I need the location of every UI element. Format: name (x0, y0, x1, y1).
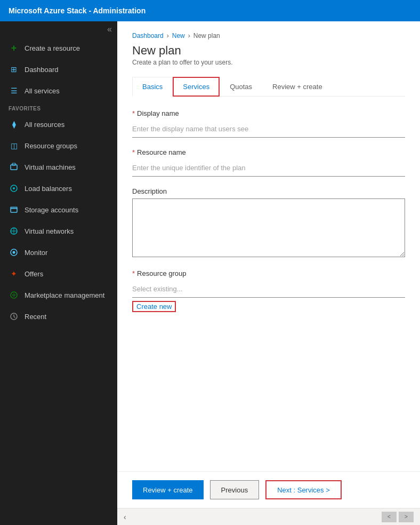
storage-accounts-icon (9, 204, 19, 215)
sidebar-item-label: Resource groups (25, 142, 77, 150)
sidebar-item-all-resources[interactable]: ⧫ All resources (0, 114, 117, 135)
resource-group-label: * Resource group (132, 269, 405, 277)
create-new-link[interactable]: Create new (132, 301, 176, 312)
page-title: New plan (132, 44, 405, 58)
svg-point-11 (11, 292, 17, 298)
breadcrumb-dashboard[interactable]: Dashboard (132, 32, 164, 39)
svg-point-10 (13, 251, 15, 254)
plus-icon: + (9, 43, 19, 53)
favorites-section-label: FAVORITES (0, 101, 117, 114)
all-services-icon: ☰ (9, 85, 19, 96)
sidebar-item-recent[interactable]: Recent (0, 306, 117, 327)
display-name-field: * Display name (132, 109, 405, 138)
dashboard-icon: ⊞ (9, 64, 19, 75)
bottom-collapse-icon[interactable]: ‹ (124, 513, 126, 521)
sidebar-item-label: Virtual machines (25, 163, 76, 171)
review-create-button[interactable]: Review + create (132, 480, 204, 499)
breadcrumb-new[interactable]: New (172, 32, 185, 39)
sidebar-item-label: Recent (25, 313, 46, 321)
description-label: Description (132, 187, 405, 195)
sidebar-item-label: All resources (25, 121, 64, 129)
resource-group-input[interactable] (132, 281, 405, 298)
display-name-label: * Display name (132, 109, 405, 117)
sidebar-item-dashboard[interactable]: ⊞ Dashboard (0, 59, 117, 80)
svg-point-3 (13, 187, 15, 189)
sidebar-item-resource-groups[interactable]: ◫ Resource groups (0, 135, 117, 156)
resource-name-input[interactable] (132, 160, 405, 177)
monitor-icon (9, 247, 19, 258)
resource-group-field: * Resource group Create new (132, 269, 405, 312)
sidebar-item-label: Monitor (25, 249, 47, 257)
app-title: Microsoft Azure Stack - Administration (9, 6, 146, 15)
recent-icon (9, 311, 19, 322)
sidebar-item-label: Create a resource (25, 44, 80, 52)
sidebar-item-offers[interactable]: ✦ Offers (0, 263, 117, 284)
sidebar-item-virtual-networks[interactable]: Virtual networks (0, 220, 117, 242)
tab-basics[interactable]: Basics (132, 77, 173, 97)
tab-services[interactable]: Services (173, 77, 220, 97)
sidebar-item-all-services[interactable]: ☰ All services (0, 80, 117, 101)
resource-group-required-star: * (132, 269, 135, 277)
content-footer: Review + create Previous Next : Services… (117, 471, 420, 508)
marketplace-icon (9, 290, 19, 300)
sidebar: « + Create a resource ⊞ Dashboard ☰ All … (0, 21, 117, 525)
sidebar-item-label: Marketplace management (25, 291, 104, 299)
sidebar-item-label: Virtual networks (25, 227, 74, 235)
content-area: Dashboard › New › New plan New plan Crea… (117, 21, 420, 525)
svg-point-12 (13, 294, 15, 296)
description-field: Description (132, 187, 405, 259)
breadcrumb-sep-2: › (188, 32, 190, 39)
virtual-machines-icon (9, 162, 19, 172)
tab-review-create[interactable]: Review + create (262, 77, 333, 97)
all-resources-icon: ⧫ (9, 119, 19, 130)
page-subtitle: Create a plan to offer to your users. (132, 59, 405, 66)
sidebar-item-storage-accounts[interactable]: Storage accounts (0, 199, 117, 220)
sidebar-item-monitor[interactable]: Monitor (0, 242, 117, 263)
virtual-networks-icon (9, 226, 19, 236)
sidebar-item-label: Load balancers (25, 185, 72, 193)
display-name-input[interactable] (132, 121, 405, 138)
tab-quotas[interactable]: Quotas (220, 77, 262, 97)
next-services-button[interactable]: Next : Services > (265, 480, 342, 499)
load-balancers-icon (9, 183, 19, 194)
sidebar-item-create-resource[interactable]: + Create a resource (0, 37, 117, 59)
sidebar-item-label: All services (25, 87, 60, 95)
tabs-container: Basics Services Quotas Review + create (132, 77, 405, 97)
sidebar-item-label: Offers (25, 270, 43, 278)
sidebar-item-load-balancers[interactable]: Load balancers (0, 178, 117, 199)
sidebar-item-marketplace-management[interactable]: Marketplace management (0, 284, 117, 306)
scroll-left-button[interactable]: < (382, 512, 397, 522)
sidebar-item-virtual-machines[interactable]: Virtual machines (0, 156, 117, 178)
previous-button[interactable]: Previous (210, 480, 260, 499)
display-name-required-star: * (132, 109, 135, 117)
breadcrumb-sep-1: › (167, 32, 169, 39)
scroll-right-button[interactable]: > (399, 512, 414, 522)
bottom-bar: ‹ < > (117, 508, 420, 525)
resource-name-field: * Resource name (132, 148, 405, 177)
resource-name-required-star: * (132, 148, 135, 156)
offers-icon: ✦ (9, 268, 19, 279)
content-inner: Dashboard › New › New plan New plan Crea… (117, 21, 420, 471)
topbar: Microsoft Azure Stack - Administration (0, 0, 420, 21)
description-textarea[interactable] (132, 198, 405, 257)
collapse-icon: « (107, 25, 112, 34)
breadcrumb: Dashboard › New › New plan (132, 32, 405, 39)
resource-name-label: * Resource name (132, 148, 405, 156)
breadcrumb-current: New plan (193, 32, 220, 39)
sidebar-item-label: Dashboard (25, 66, 59, 74)
scroll-buttons: < > (382, 512, 414, 522)
sidebar-collapse-button[interactable]: « (0, 21, 117, 37)
resource-groups-icon: ◫ (9, 140, 19, 151)
sidebar-item-label: Storage accounts (25, 206, 78, 214)
